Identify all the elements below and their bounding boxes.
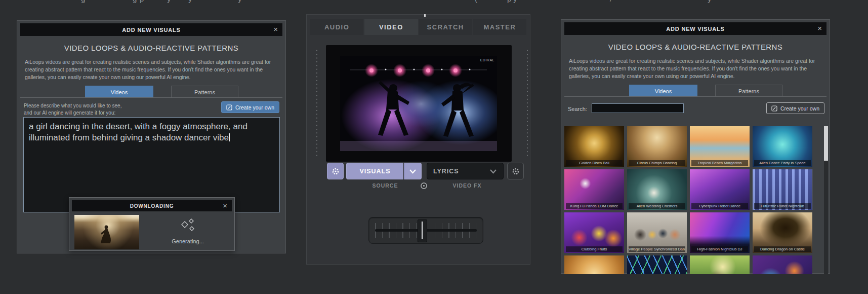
gallery-item[interactable] <box>627 255 687 274</box>
text-caret <box>229 133 230 141</box>
gear-icon <box>332 167 340 175</box>
gallery-item[interactable]: Tropical Beach Margaritas <box>690 126 750 167</box>
generating-label: Generating... <box>172 238 204 244</box>
add-new-visuals-dialog-left: ADD NEW VISUALS × VIDEO LOOPS & AUDIO-RE… <box>17 20 286 253</box>
tabs-divider <box>20 97 282 98</box>
gallery-item[interactable]: Alien Wedding Crashers <box>627 169 687 210</box>
led-meter-right <box>526 49 529 158</box>
create-your-own-button[interactable]: Create your own <box>766 102 824 114</box>
gallery-item[interactable] <box>753 255 812 274</box>
mixer-panel: AUDIO VIDEO SCRATCH MASTER <box>306 14 530 265</box>
source-settings-button[interactable] <box>327 163 344 179</box>
mixer-tabs: AUDIO VIDEO SCRATCH MASTER <box>310 19 526 35</box>
tab-master[interactable]: MASTER <box>473 19 526 35</box>
gallery-item-label: Tropical Beach Margaritas <box>691 160 748 166</box>
search-input[interactable] <box>592 103 684 113</box>
gallery-item[interactable]: Cyberpunk Robot Dance <box>690 169 750 210</box>
fx-chevron-down-icon <box>489 169 497 174</box>
tab-patterns[interactable]: Patterns <box>715 85 782 97</box>
crossfader[interactable] <box>368 217 483 244</box>
pencil-icon <box>226 104 232 111</box>
dialog-title: ADD NEW VISUALS <box>122 27 180 33</box>
sparkles-icon <box>179 217 197 235</box>
prompt-instruction: Please describe what you would like to s… <box>24 102 121 116</box>
dancers-visual <box>340 56 497 151</box>
dialog-heading: VIDEO LOOPS & AUDIO-REACTIVE PATTERNS <box>17 44 285 52</box>
source-chevron-down-icon[interactable] <box>404 163 422 179</box>
gallery-item[interactable]: Clubbing Fruits <box>564 212 624 253</box>
gallery-item-label: Alien Wedding Crashers <box>629 203 685 209</box>
panel-top-tick <box>424 14 426 17</box>
add-new-visuals-dialog-right: ADD NEW VISUALS × VIDEO LOOPS & AUDIO-RE… <box>561 19 830 274</box>
generating-status: Generating... <box>145 214 230 247</box>
gallery-item-label: Golden Disco Ball <box>566 160 623 166</box>
dialog-title: ADD NEW VISUALS <box>666 26 724 32</box>
tab-videos[interactable]: Videos <box>629 85 697 97</box>
mini-knob[interactable] <box>421 182 427 189</box>
prompt-text: a girl dancing in the desert, with a fog… <box>29 122 247 142</box>
generated-video-thumbnail <box>74 215 139 249</box>
gallery-item[interactable]: Golden Disco Ball <box>564 126 624 167</box>
search-label: Search: <box>568 106 587 112</box>
gallery-item[interactable]: Alien Dance Party in Space <box>753 126 812 167</box>
downloading-title: DOWNLOADING <box>130 203 174 209</box>
led-meter-left <box>315 49 318 158</box>
downloading-titlebar: DOWNLOADING × <box>72 200 232 211</box>
gallery-thumbnail <box>627 255 687 274</box>
gear-icon <box>512 167 520 175</box>
gallery-thumbnail <box>564 255 624 274</box>
gallery-item[interactable]: Futuristic Robot Nightclub <box>753 169 812 210</box>
video-watermark: EDIRAL <box>480 58 494 62</box>
close-icon[interactable]: × <box>273 24 278 35</box>
scrollbar-thumb[interactable] <box>824 126 828 161</box>
gallery-item[interactable]: High-Fashion Nightclub DJ <box>690 212 750 253</box>
tab-patterns[interactable]: Patterns <box>171 86 238 98</box>
source-select[interactable]: VISUALS <box>346 163 403 179</box>
gallery-item[interactable]: Dancing Dragon on Castle <box>753 212 812 253</box>
tab-videos[interactable]: Videos <box>85 86 153 98</box>
pencil-icon <box>771 105 777 112</box>
gallery-item-label: Alien Dance Party in Space <box>754 160 811 166</box>
gallery-item-label: Cyberpunk Robot Dance <box>691 203 748 209</box>
gallery-item-label: Village People Synchronized Dance <box>629 246 685 252</box>
dialog-titlebar: ADD NEW VISUALS × <box>20 23 282 36</box>
app-canvas: ggpyyy(py/y ADD NEW VISUALS × VIDEO LOOP… <box>0 0 868 294</box>
gallery-item-label: Dancing Dragon on Castle <box>754 246 811 252</box>
video-fx-caption: VIDEO FX <box>439 182 495 189</box>
tab-video[interactable]: VIDEO <box>364 19 418 35</box>
gallery-item[interactable]: Kung Fu Panda EDM Dance <box>564 169 624 210</box>
gallery-scrollbar[interactable] <box>824 126 828 274</box>
gallery-item[interactable]: Village People Synchronized Dance <box>627 212 687 253</box>
gallery-thumbnail <box>690 255 750 274</box>
gallery-item-label: High-Fashion Nightclub DJ <box>691 246 748 252</box>
tab-audio[interactable]: AUDIO <box>310 19 363 35</box>
dialog-description: AiLoops videos are great for creating re… <box>25 58 278 82</box>
gallery-item[interactable] <box>690 255 750 274</box>
gallery-item-label: Clubbing Fruits <box>566 246 623 252</box>
video-preview: EDIRAL <box>326 45 512 162</box>
cropped-text-fragments: ggpyyy(py/y <box>0 0 868 5</box>
gallery-thumbnail <box>753 255 812 274</box>
tab-scratch[interactable]: SCRATCH <box>419 19 472 35</box>
gallery-item[interactable]: Circus Chimps Dancing <box>627 126 687 167</box>
close-icon[interactable]: × <box>223 200 227 211</box>
downloading-dialog: DOWNLOADING × <box>69 197 235 251</box>
create-your-own-button[interactable]: Create your own <box>221 101 279 113</box>
source-caption: SOURCE <box>357 182 413 189</box>
gallery-item[interactable] <box>564 255 624 274</box>
gallery-item-label: Circus Chimps Dancing <box>629 160 685 166</box>
video-fx-select[interactable]: LYRICS <box>427 163 504 179</box>
dialog-titlebar: ADD NEW VISUALS × <box>564 22 826 35</box>
tabs-divider <box>564 96 826 97</box>
gallery-item-label: Futuristic Robot Nightclub <box>754 203 811 209</box>
video-gallery: Golden Disco Ball Circus Chimps Dancing … <box>564 126 812 274</box>
dialog-description: AiLoops videos are great for creating re… <box>569 57 822 81</box>
fx-settings-button[interactable] <box>507 163 524 179</box>
crossfader-handle[interactable] <box>418 219 427 242</box>
gallery-item-label: Kung Fu Panda EDM Dance <box>566 203 623 209</box>
close-icon[interactable]: × <box>817 23 822 34</box>
desert-dancer-silhouette <box>74 215 139 249</box>
dialog-heading: VIDEO LOOPS & AUDIO-REACTIVE PATTERNS <box>561 43 830 51</box>
